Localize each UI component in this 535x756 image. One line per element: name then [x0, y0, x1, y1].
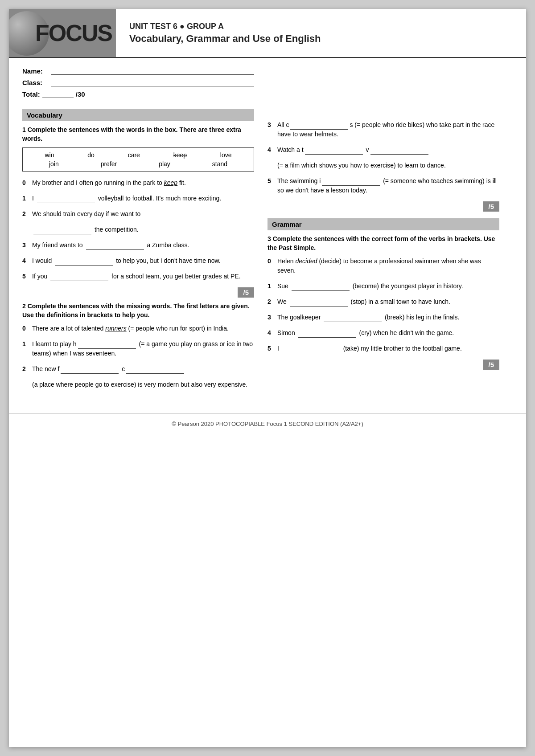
- name-input-line[interactable]: [51, 67, 254, 75]
- ex2-score-box: /5: [268, 201, 499, 212]
- ex2-item3-content: All cs (= people who ride bikes) who tak…: [277, 120, 499, 139]
- word-prefer: prefer: [101, 160, 117, 168]
- ex2-item4-blank1[interactable]: [305, 147, 363, 155]
- ex3-item4-content: Simon (cry) when he didn't win the game.: [277, 328, 499, 338]
- ex2-item-num-5: 5: [268, 176, 277, 186]
- ex2-item-num-2: 2: [22, 364, 32, 374]
- item4-content: I would to help you, but I don't have ti…: [32, 256, 254, 266]
- ex3-score-box: /5: [268, 360, 499, 370]
- ex1-score: /5: [238, 287, 254, 298]
- total-blank[interactable]: [42, 90, 74, 98]
- item2-blank[interactable]: [33, 227, 91, 234]
- ex3-item-num-1: 1: [268, 282, 277, 291]
- class-row: Class:: [22, 78, 254, 86]
- ex3-item1-blank[interactable]: [292, 284, 350, 291]
- ex3-item4: 4 Simon (cry) when he didn't win the gam…: [268, 328, 499, 338]
- item3-content: My friend wants to a Zumba class.: [32, 241, 254, 250]
- ex1-item4: 4 I would to help you, but I don't have …: [22, 256, 254, 266]
- footer: © Pearson 2020 PHOTOCOPIABLE Focus 1 SEC…: [9, 413, 526, 432]
- item0-answer: keep: [164, 179, 177, 186]
- word-box-row2: join prefer play stand: [28, 160, 248, 168]
- ex2-item4: 4 Watch a t v: [268, 145, 499, 155]
- item3-blank[interactable]: [86, 243, 144, 250]
- page: FOCUS UNIT TEST 6 ● GROUP A Vocabulary, …: [9, 9, 526, 747]
- item2-line2: the competition.: [32, 225, 254, 234]
- ex2-item4-line2: (= a film which shows you how to exercis…: [277, 161, 499, 170]
- ex1-item2: 2 We should train every day if we want t…: [22, 209, 254, 219]
- ex1-item5: 5 If you for a school team, you get bett…: [22, 272, 254, 281]
- ex3-item5-content: I (take) my little brother to the footba…: [277, 344, 499, 353]
- main-content: Name: Class: Total: /30 Vocabulary 1 Com…: [9, 58, 526, 405]
- exercise1-instruction: 1 Complete the sentences with the words …: [22, 126, 254, 143]
- class-input-line[interactable]: [51, 78, 254, 86]
- ex3-item-num-5: 5: [268, 344, 277, 353]
- ex2-item5-blank[interactable]: [322, 179, 380, 186]
- header-title: UNIT TEST 6 ● GROUP A Vocabulary, Gramma…: [116, 9, 526, 57]
- ex2-item2: 2 The new f c: [22, 364, 254, 374]
- item-num-0: 0: [22, 178, 32, 188]
- vocabulary-section-header: Vocabulary: [22, 109, 254, 121]
- ex2-item2-blank2[interactable]: [126, 367, 184, 374]
- ex3-item-num-0: 0: [268, 257, 277, 266]
- ex1-item3: 3 My friend wants to a Zumba class.: [22, 241, 254, 250]
- ex3-score: /5: [483, 360, 499, 370]
- left-column: Name: Class: Total: /30 Vocabulary 1 Com…: [22, 67, 254, 396]
- ex2-item0: 0 There are a lot of talented runners (=…: [22, 324, 254, 333]
- total-row: Total: /30: [22, 90, 254, 98]
- ex3-item3-content: The goalkeeper (break) his leg in the fi…: [277, 313, 499, 322]
- ex3-item3-blank[interactable]: [324, 315, 382, 322]
- ex3-item5-blank[interactable]: [282, 346, 340, 353]
- word-keep: keep: [173, 151, 187, 159]
- word-care: care: [128, 151, 140, 159]
- right-column: 3 All cs (= people who ride bikes) who t…: [268, 67, 499, 396]
- ex2-item0-content: There are a lot of talented runners (= p…: [32, 324, 254, 333]
- ex2-item-num-0: 0: [22, 324, 32, 333]
- ex3-item4-blank[interactable]: [298, 331, 356, 338]
- ex3-item0-content: Helen decided (decide) to become a profe…: [277, 257, 499, 275]
- ex3-item2-blank[interactable]: [290, 299, 348, 306]
- ex2-item-num-1: 1: [22, 339, 32, 349]
- logo-text: FOCUS: [35, 20, 112, 46]
- item-num-2: 2: [22, 209, 32, 219]
- ex3-item-num-4: 4: [268, 328, 277, 338]
- item5-blank[interactable]: [50, 274, 108, 281]
- ex1-item1: 1 I volleyball to football. It's much mo…: [22, 194, 254, 203]
- item5-content: If you for a school team, you get better…: [32, 272, 254, 281]
- ex2-item1-content: I learnt to play h (= a game you play on…: [32, 339, 254, 358]
- word-love: love: [220, 151, 232, 159]
- item-num-1: 1: [22, 194, 32, 203]
- item1-blank[interactable]: [37, 196, 95, 203]
- ex2-item1: 1 I learnt to play h (= a game you play …: [22, 339, 254, 358]
- word-win: win: [45, 151, 54, 159]
- item1-content: I volleyball to football. It's much more…: [32, 194, 254, 203]
- item4-blank[interactable]: [55, 258, 113, 266]
- ex2-item2-blank1[interactable]: [61, 367, 119, 374]
- word-box: win do care keep love join prefer play s…: [22, 147, 254, 172]
- word-box-row1: win do care keep love: [28, 151, 248, 159]
- ex2-item1-blank[interactable]: [78, 342, 136, 349]
- unit-test-label: UNIT TEST 6 ● GROUP A: [129, 22, 513, 31]
- ex2-item4-blank2[interactable]: [370, 147, 428, 155]
- grammar-section-header: Grammar: [268, 218, 499, 230]
- item-num-4: 4: [22, 256, 32, 266]
- item0-content: My brother and I often go running in the…: [32, 178, 254, 188]
- exercise3-instruction: 3 Complete the sentences with the correc…: [268, 235, 499, 252]
- item-num-3: 3: [22, 241, 32, 250]
- ex3-item3: 3 The goalkeeper (break) his leg in the …: [268, 313, 499, 322]
- exercise2-instruction: 2 Complete the sentences with the missin…: [22, 302, 254, 319]
- ex2-item0-answer: runners: [105, 325, 126, 332]
- ex2-item-num-4: 4: [268, 145, 277, 155]
- ex2-item3-blank[interactable]: [290, 123, 348, 130]
- item-num-5: 5: [22, 272, 32, 281]
- logo-area: FOCUS: [9, 9, 116, 57]
- name-row: Name:: [22, 67, 254, 75]
- ex2-score: /5: [483, 201, 499, 212]
- ex3-item2: 2 We (stop) in a small town to have lunc…: [268, 297, 499, 306]
- ex3-item-num-3: 3: [268, 313, 277, 322]
- total-value: /30: [76, 90, 85, 98]
- ex1-score-box: /5: [22, 287, 254, 298]
- form-fields: Name: Class: Total: /30: [22, 67, 254, 98]
- ex3-item0-answer: decided: [295, 257, 317, 265]
- ex2-item5: 5 The swimming i (= someone who teaches …: [268, 176, 499, 195]
- item2-content: We should train every day if we want to: [32, 209, 254, 219]
